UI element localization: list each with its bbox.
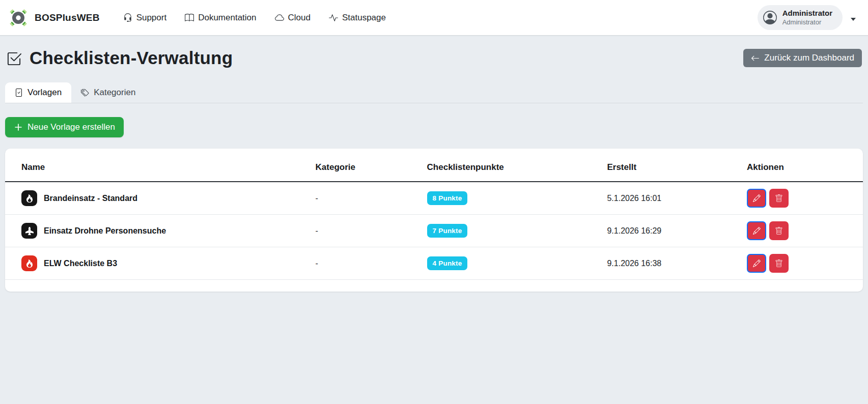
back-to-dashboard-label: Zurück zum Dashboard — [764, 53, 854, 63]
back-to-dashboard-button[interactable]: Zurück zum Dashboard — [743, 49, 862, 67]
delete-button[interactable] — [769, 221, 789, 240]
edit-button[interactable] — [747, 221, 766, 240]
trash-icon — [775, 227, 783, 235]
nav-item-label: Support — [136, 13, 167, 23]
brand-name: BOSPlusWEB — [35, 12, 100, 23]
row-actions — [747, 254, 859, 273]
page-title: Checklisten-Verwaltung — [6, 48, 233, 68]
check-square-icon — [6, 49, 22, 67]
trash-icon — [775, 194, 783, 203]
airplane-icon — [21, 223, 37, 239]
template-name-cell: Brandeinsatz - Standard — [21, 190, 307, 206]
top-navbar: BOSPlusWEB Support Dokumentation Cloud S… — [0, 0, 868, 36]
page-header: Checklisten-Verwaltung Zurück zum Dashbo… — [5, 36, 863, 68]
nav-item-label: Statuspage — [342, 13, 386, 23]
new-template-button[interactable]: Neue Vorlage erstellen — [5, 117, 124, 137]
activity-icon — [329, 13, 338, 22]
template-erstellt: 9.1.2026 16:29 — [603, 215, 743, 247]
tab-vorlagen[interactable]: Vorlagen — [5, 82, 71, 103]
new-template-label: Neue Vorlage erstellen — [27, 122, 115, 132]
template-erstellt: 5.1.2026 16:01 — [603, 182, 743, 215]
punkte-badge: 8 Punkte — [427, 191, 468, 205]
template-name: Brandeinsatz - Standard — [44, 194, 137, 203]
tab-kategorien[interactable]: Kategorien — [71, 82, 145, 103]
row-actions — [747, 189, 859, 208]
user-name: Administrator — [782, 9, 832, 18]
nav-item-cloud[interactable]: Cloud — [275, 13, 311, 23]
page-content: Checklisten-Verwaltung Zurück zum Dashbo… — [0, 36, 868, 292]
nav-links: Support Dokumentation Cloud Statuspage — [123, 13, 386, 23]
templates-card: Name Kategorie Checklistenpunkte Erstell… — [5, 149, 863, 292]
nav-item-label: Cloud — [288, 13, 311, 23]
column-header-checklistenpunkte: Checklistenpunkte — [423, 149, 603, 182]
table-row: Brandeinsatz - Standard - 8 Punkte 5.1.2… — [5, 182, 863, 215]
arrow-left-icon — [751, 54, 760, 63]
delete-button[interactable] — [769, 254, 789, 273]
page-title-text: Checklisten-Verwaltung — [30, 48, 233, 68]
nav-item-dokumentation[interactable]: Dokumentation — [185, 13, 256, 23]
tags-icon — [81, 89, 89, 97]
edit-button[interactable] — [747, 189, 766, 208]
bosplusweb-logo — [8, 8, 29, 28]
template-erstellt: 9.1.2026 16:38 — [603, 247, 743, 280]
column-header-kategorie: Kategorie — [312, 149, 423, 182]
fire-icon — [21, 190, 37, 206]
row-actions — [747, 221, 859, 240]
person-circle-icon — [763, 11, 777, 24]
pencil-icon — [753, 227, 761, 235]
template-kategorie: - — [312, 247, 423, 280]
headset-icon — [123, 13, 132, 22]
table-row: ELW Checkliste B3 - 4 Punkte 9.1.2026 16… — [5, 247, 863, 280]
pencil-icon — [753, 194, 761, 202]
brand[interactable]: BOSPlusWEB — [8, 8, 100, 28]
file-check-icon — [15, 89, 23, 97]
trash-icon — [775, 259, 783, 268]
punkte-badge: 7 Punkte — [427, 224, 468, 238]
nav-item-support[interactable]: Support — [123, 13, 167, 23]
delete-button[interactable] — [769, 189, 789, 208]
fire-icon — [21, 255, 37, 271]
template-name-cell: ELW Checkliste B3 — [21, 255, 307, 271]
punkte-badge: 4 Punkte — [427, 256, 468, 270]
user-role: Administrator — [782, 18, 832, 26]
pencil-icon — [753, 259, 761, 267]
column-header-erstellt: Erstellt — [603, 149, 743, 182]
book-icon — [185, 13, 194, 22]
user-menu[interactable]: Administrator Administrator — [758, 5, 843, 30]
tab-bar: Vorlagen Kategorien — [5, 82, 863, 103]
template-name-cell: Einsatz Drohne Personensuche — [21, 223, 307, 239]
column-header-name: Name — [5, 149, 312, 182]
chevron-down-icon[interactable] — [851, 18, 856, 21]
edit-button[interactable] — [747, 254, 766, 273]
table-header-row: Name Kategorie Checklistenpunkte Erstell… — [5, 149, 863, 182]
cloud-icon — [275, 13, 284, 22]
nav-item-label: Dokumentation — [198, 13, 256, 23]
column-header-aktionen: Aktionen — [743, 149, 863, 182]
template-name: ELW Checkliste B3 — [44, 259, 117, 268]
tab-label: Kategorien — [94, 88, 135, 98]
template-kategorie: - — [312, 182, 423, 215]
nav-item-statuspage[interactable]: Statuspage — [329, 13, 386, 23]
user-area: Administrator Administrator — [758, 5, 860, 30]
tab-label: Vorlagen — [27, 88, 62, 98]
plus-icon — [14, 123, 23, 132]
template-name: Einsatz Drohne Personensuche — [44, 226, 166, 236]
table-row: Einsatz Drohne Personensuche - 7 Punkte … — [5, 215, 863, 247]
template-kategorie: - — [312, 215, 423, 247]
user-texts: Administrator Administrator — [782, 9, 832, 26]
templates-table: Name Kategorie Checklistenpunkte Erstell… — [5, 149, 863, 280]
